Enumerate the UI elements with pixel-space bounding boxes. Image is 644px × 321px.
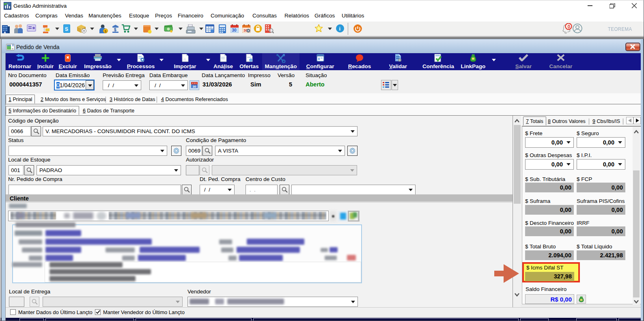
- svg-text:S: S: [65, 26, 68, 32]
- svg-text:$: $: [114, 28, 116, 32]
- svg-text:0: 0: [568, 24, 571, 30]
- svg-text:$: $: [105, 29, 107, 33]
- svg-text:30: 30: [193, 85, 196, 88]
- svg-text:30: 30: [232, 28, 237, 32]
- svg-text:i: i: [339, 26, 341, 32]
